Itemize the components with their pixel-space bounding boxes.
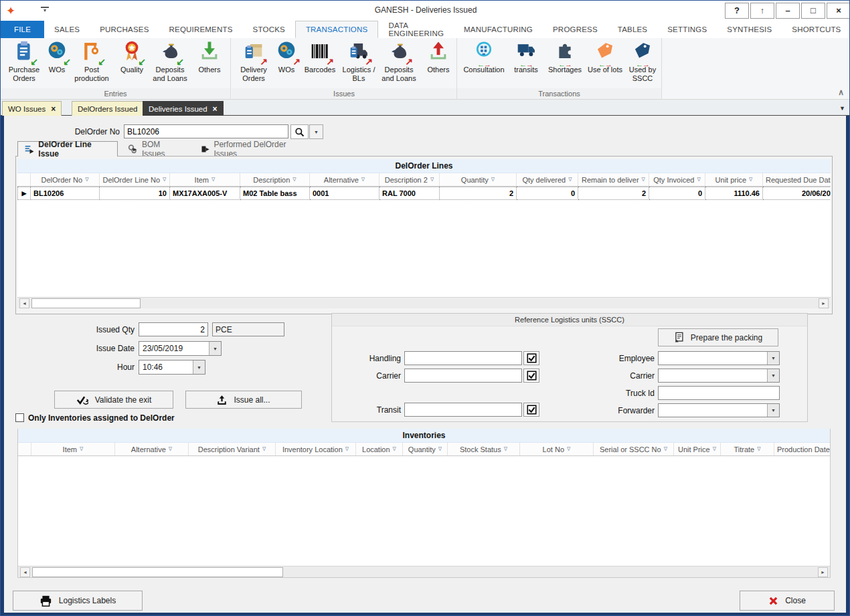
menu-tab-settings[interactable]: SETTINGS xyxy=(657,21,717,38)
inventories-hscrollbar[interactable]: ◄ ► xyxy=(18,566,830,577)
issue-all-button[interactable]: Issue all... xyxy=(185,391,302,409)
close-tab-icon[interactable]: × xyxy=(51,104,56,114)
menu-tab-sales[interactable]: SALES xyxy=(44,21,90,38)
filter-icon[interactable]: ∇ xyxy=(642,177,645,183)
ribbon-item-consultation[interactable]: ←→ Consultation xyxy=(460,40,508,74)
ribbon-item-others-issues[interactable]: Others xyxy=(422,40,455,74)
filter-icon[interactable]: ∇ xyxy=(438,446,442,452)
tab-performed-delorder-issues[interactable]: Performed DelOrder Issues xyxy=(195,141,307,157)
chevron-down-icon[interactable]: ▼ xyxy=(767,369,779,382)
menu-tab-manufacturing[interactable]: MANUFACTURING xyxy=(454,21,543,38)
ribbon-collapse-icon[interactable]: ∧ xyxy=(838,88,844,97)
scroll-left-icon[interactable]: ◄ xyxy=(19,298,29,308)
employee-combo[interactable]: ▼ xyxy=(658,351,780,365)
filter-icon[interactable]: ∇ xyxy=(211,177,215,183)
menu-tab-data-engineering[interactable]: DATA ENGINEERING xyxy=(378,21,454,38)
scroll-right-icon[interactable]: ► xyxy=(819,298,829,308)
truck-id-input[interactable] xyxy=(658,386,780,400)
ribbon-item-barcodes[interactable]: ↗ Barcodes xyxy=(300,40,340,74)
delorder-no-input[interactable] xyxy=(124,124,288,138)
close-tab-icon[interactable]: × xyxy=(213,104,218,114)
filter-icon[interactable]: ∇ xyxy=(169,446,172,452)
handling-assign-button[interactable] xyxy=(523,351,539,365)
logistics-labels-button[interactable]: Logistics Labels xyxy=(13,591,143,611)
filter-icon[interactable]: ∇ xyxy=(567,446,570,452)
chevron-down-icon[interactable]: ▼ xyxy=(767,352,779,365)
hour-combo[interactable]: 10:46 ▼ xyxy=(139,360,205,375)
filter-icon[interactable]: ∇ xyxy=(262,446,266,452)
filter-icon[interactable]: ∇ xyxy=(430,177,434,183)
chevron-down-icon[interactable]: ▼ xyxy=(193,361,205,374)
filter-icon[interactable]: ∇ xyxy=(163,177,166,183)
transit-assign-button[interactable] xyxy=(523,403,539,417)
prepare-packing-button[interactable]: Prepare the packing xyxy=(658,328,778,346)
menu-tab-stocks[interactable]: STOCKS xyxy=(243,21,295,38)
menu-tab-file[interactable]: FILE xyxy=(1,21,44,38)
table-row[interactable]: ▶ BL10206 10 MX17AXA005-V M02 Table bass… xyxy=(17,187,831,200)
filter-icon[interactable]: ∇ xyxy=(713,446,716,452)
ribbon-item-post-production[interactable]: ↙ Post production xyxy=(70,40,113,83)
help-button[interactable]: ? xyxy=(725,3,749,19)
scroll-right-icon[interactable]: ► xyxy=(818,567,828,577)
ribbon-item-transits[interactable]: ←→ transits xyxy=(509,40,543,74)
ribbon-item-used-by-sscc[interactable]: ←→ Used by SSCC xyxy=(624,40,661,83)
menu-tab-transactions[interactable]: TRANSACTIONS xyxy=(295,21,379,38)
close-window-button[interactable]: × xyxy=(827,3,850,19)
search-options-dropdown[interactable]: ▼ xyxy=(309,124,323,139)
scroll-thumb[interactable] xyxy=(32,567,283,577)
doc-tab-delorders-issued[interactable]: DelOrders Issued× xyxy=(72,101,154,116)
tab-delorder-line-issue[interactable]: DelOrder Line Issue xyxy=(17,141,118,157)
filter-icon[interactable]: ∇ xyxy=(757,446,760,452)
filter-icon[interactable]: ∇ xyxy=(345,446,349,452)
only-inventories-checkbox[interactable] xyxy=(15,413,24,422)
ribbon-item-logistics-bls[interactable]: ↗ Logistics / BLs xyxy=(340,40,377,83)
filter-icon[interactable]: ∇ xyxy=(749,177,752,183)
issue-date-combo[interactable]: 23/05/2019 ▼ xyxy=(139,341,222,356)
menu-tab-shortcuts[interactable]: SHORTCUTS xyxy=(782,21,850,38)
filter-icon[interactable]: ∇ xyxy=(697,177,700,183)
filter-icon[interactable]: ∇ xyxy=(504,446,507,452)
tab-bom-issues[interactable]: BOM Issues xyxy=(122,141,191,157)
filter-icon[interactable]: ∇ xyxy=(568,177,572,183)
ribbon-item-wos-entries[interactable]: ↙ WOs xyxy=(44,40,70,74)
carrier-assign-button[interactable] xyxy=(523,369,539,383)
menu-tab-synthesis[interactable]: SYNTHESIS xyxy=(717,21,782,38)
minimize-button[interactable]: – xyxy=(776,3,800,19)
scroll-thumb[interactable] xyxy=(31,298,141,308)
filter-icon[interactable]: ∇ xyxy=(292,177,296,183)
filter-icon[interactable]: ∇ xyxy=(80,446,83,452)
ribbon-item-delivery-orders[interactable]: ↗ Delivery Orders xyxy=(234,40,273,83)
search-button[interactable] xyxy=(290,124,309,139)
filter-icon[interactable]: ∇ xyxy=(361,177,365,183)
transit-input[interactable] xyxy=(404,403,522,417)
ribbon-item-deposits-loans-issues[interactable]: ↗ Deposits and Loans xyxy=(377,40,420,83)
delorder-lines-hscrollbar[interactable]: ◄ ► xyxy=(17,297,831,308)
pin-button[interactable]: ↑ xyxy=(750,3,774,19)
menu-tab-tables[interactable]: TABLES xyxy=(608,21,657,38)
menu-tab-requirements[interactable]: REQUIREMENTS xyxy=(159,21,243,38)
carrier-input[interactable] xyxy=(404,369,522,383)
maximize-button[interactable]: □ xyxy=(801,3,825,19)
ribbon-item-quality[interactable]: ↙ Quality xyxy=(114,40,149,74)
scroll-left-icon[interactable]: ◄ xyxy=(20,567,30,577)
filter-icon[interactable]: ∇ xyxy=(393,446,396,452)
tab-list-dropdown-icon[interactable]: ▼ xyxy=(839,105,845,112)
menu-tab-purchases[interactable]: PURCHASES xyxy=(90,21,159,38)
ribbon-item-shortages[interactable]: ←→ Shortages xyxy=(544,40,586,74)
issued-qty-input[interactable] xyxy=(139,322,208,336)
chevron-down-icon[interactable]: ▼ xyxy=(209,342,221,355)
menu-tab-progress[interactable]: PROGRESS xyxy=(543,21,608,38)
ribbon-item-purchase-orders[interactable]: ↙ Purchase Orders xyxy=(5,40,44,83)
doc-tab-deliveries-issued[interactable]: Deliveries Issued× xyxy=(143,101,224,116)
ribbon-item-deposits-loans-entries[interactable]: ↙ Deposits and Loans xyxy=(149,40,191,83)
filter-icon[interactable]: ∇ xyxy=(664,446,667,452)
close-button[interactable]: Close xyxy=(740,591,835,611)
forwarder-combo[interactable]: ▼ xyxy=(658,403,780,417)
ribbon-item-others-entries[interactable]: Others xyxy=(192,40,227,74)
doc-tab-wo-issues[interactable]: WO Issues× xyxy=(2,101,62,116)
handling-input[interactable] xyxy=(404,351,522,365)
carrier2-combo[interactable]: ▼ xyxy=(658,369,780,383)
filter-icon[interactable]: ∇ xyxy=(85,177,88,183)
filter-icon[interactable]: ∇ xyxy=(491,177,495,183)
chevron-down-icon[interactable]: ▼ xyxy=(767,404,779,417)
